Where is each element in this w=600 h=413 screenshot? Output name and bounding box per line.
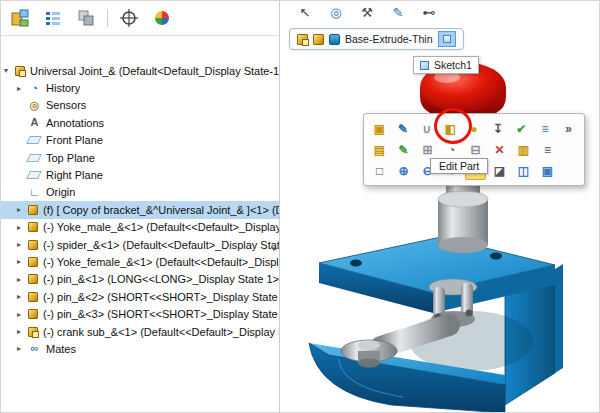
expand-arrow-icon[interactable]: ▸	[17, 257, 28, 266]
expand-arrow-icon[interactable]: ▸	[17, 205, 28, 214]
edit-part-icon[interactable]: ◧	[440, 119, 461, 138]
zoom-to-fit-icon[interactable]: □	[369, 161, 390, 180]
tree-item-yoke-female[interactable]: ▸ (-) Yoke_female_&<1> (Default<<Default…	[1, 253, 279, 270]
isolate-icon[interactable]: ≡	[535, 119, 556, 138]
measure-icon[interactable]: ⊷	[420, 3, 438, 21]
tab-featuremanager[interactable]	[8, 6, 32, 30]
tab-displaymanager[interactable]	[150, 6, 174, 30]
tree-item-yoke-male[interactable]: ▸ (-) Yoke_male_&<1> (Default<<Default>_…	[1, 219, 279, 236]
breadcrumb-feature-icon[interactable]	[329, 34, 340, 45]
tab-configurationmanager[interactable]	[74, 6, 98, 30]
expand-arrow-icon[interactable]: ▸	[17, 292, 28, 301]
solidworks-window: ▾ Universal Joint_& (Default<Default_Dis…	[0, 0, 600, 413]
tree-item-annotations[interactable]: A Annotations	[1, 114, 279, 131]
tree-item-pin-3[interactable]: ▸ (-) pin_&<3> (SHORT<<SHORT>_Display St…	[1, 305, 279, 322]
expand-arrow-icon[interactable]: ▸	[17, 275, 28, 284]
feature-tree: ▾ Universal Joint_& (Default<Default_Dis…	[1, 36, 279, 358]
tree-item-label: Top Plane	[46, 152, 95, 164]
tree-item-pin-1[interactable]: ▸ (-) pin_&<1> (LONG<<LONG>_Display Stat…	[1, 271, 279, 288]
expand-arrow-icon[interactable]: ▸	[17, 223, 28, 232]
tree-item-label: (-) pin_&<1> (LONG<<LONG>_Display State …	[43, 273, 279, 285]
tree-item-label: Sensors	[46, 99, 86, 111]
breadcrumb-selected-item[interactable]	[438, 31, 456, 47]
hide-show-items-icon[interactable]: ◫	[513, 161, 534, 180]
tab-dimxpertmanager[interactable]	[117, 6, 141, 30]
featuremanager-icon	[11, 9, 29, 27]
view-settings-icon[interactable]: ◎	[327, 3, 345, 21]
context-toolbar-popup: ▣✎∪◧●↧✔≡» ▤✎⊞◔⊟✕▥≡ □⊕⊖↻+◪◫▣ Edit Part	[363, 113, 585, 186]
part-icon	[28, 240, 38, 250]
more-commands-icon[interactable]: »	[558, 119, 579, 138]
panel-flyout-arrow-icon[interactable]: ▸	[273, 244, 277, 253]
graphics-viewport[interactable]: ↖◎⚒✎⊷ Base-Extrude-Thin Sketch1 ▣✎∪◧●↧✔≡…	[281, 1, 600, 413]
expand-arrow-icon[interactable]: ▸	[17, 327, 28, 336]
breadcrumb-assembly-icon[interactable]	[297, 34, 308, 45]
tree-item-root-assembly[interactable]: ▾ Universal Joint_& (Default<Default_Dis…	[1, 62, 279, 79]
section-view-icon[interactable]: ▣	[537, 161, 558, 180]
hide-component-icon[interactable]: ◔	[441, 140, 462, 159]
delete-icon[interactable]: ✕	[489, 140, 510, 159]
expand-arrow-icon[interactable]: ▸	[17, 310, 28, 319]
tree-item-right-plane[interactable]: Right Plane	[1, 166, 279, 183]
breadcrumb-child-sketch1[interactable]: Sketch1	[413, 56, 479, 74]
mate-icon[interactable]: ∪	[416, 119, 437, 138]
tree-item-copy-of-bracket[interactable]: ▸ (f) [ Copy of bracket_&^Universal Join…	[1, 201, 279, 218]
edit-part-tooltip: Edit Part	[430, 158, 488, 174]
tree-item-pin-2[interactable]: ▸ (-) pin_&<2> (SHORT<<SHORT>_Display St…	[1, 288, 279, 305]
tree-item-label: (-) Yoke_male_&<1> (Default<<Default>_Di…	[43, 221, 279, 233]
tree-item-history[interactable]: ▸ ◔ History	[1, 79, 279, 96]
open-part-icon[interactable]: ▣	[369, 119, 390, 138]
confirm-icon[interactable]: ✔	[511, 119, 532, 138]
tree-item-mates[interactable]: ▸ ∞ Mates	[1, 340, 279, 357]
expand-arrow-icon[interactable]: ▸	[17, 84, 28, 93]
feature-manager-panel: ▾ Universal Joint_& (Default<Default_Dis…	[1, 1, 280, 413]
part-icon	[28, 274, 38, 284]
parent-child-icon[interactable]: ⊟	[465, 140, 486, 159]
tree-item-front-plane[interactable]: Front Plane	[1, 132, 279, 149]
collapse-arrow-icon[interactable]: ▾	[4, 66, 15, 75]
tree-item-top-plane[interactable]: Top Plane	[1, 149, 279, 166]
edit-feature-icon[interactable]: ✎	[393, 140, 414, 159]
tree-item-label: Right Plane	[46, 169, 103, 181]
tree-item-crank-sub[interactable]: ▸ (-) crank sub_&<1> (Default<<Default>_…	[1, 323, 279, 340]
tools-icon[interactable]: ⚒	[358, 3, 376, 21]
part-icon	[28, 222, 38, 232]
edit-sketch-icon[interactable]: ✎	[393, 119, 414, 138]
tree-item-origin[interactable]: ∟ Origin	[1, 184, 279, 201]
zoom-in-icon[interactable]: ⊕	[393, 161, 414, 180]
configurationmanager-icon	[77, 9, 95, 27]
display-style-icon[interactable]: ◪	[489, 161, 510, 180]
history-icon: ◔	[28, 82, 41, 95]
plane-icon	[26, 136, 42, 144]
component-properties-icon[interactable]: ↧	[487, 119, 508, 138]
dimxpert-icon	[120, 9, 138, 27]
origin-icon: ∟	[28, 186, 41, 199]
annotations-icon: A	[28, 116, 41, 129]
breadcrumb-feature-label[interactable]: Base-Extrude-Thin	[345, 33, 433, 45]
configure-feature-icon[interactable]: ⊞	[417, 140, 438, 159]
3d-model-universal-joint[interactable]	[281, 41, 600, 413]
tree-item-label: (-) pin_&<2> (SHORT<<SHORT>_Display Stat…	[43, 291, 279, 303]
assembly-icon	[15, 66, 25, 76]
tree-item-label: Origin	[46, 186, 75, 198]
breadcrumb-part-icon[interactable]	[313, 34, 324, 45]
expand-arrow-icon[interactable]: ▸	[17, 240, 28, 249]
tree-item-label: History	[46, 82, 80, 94]
tree-item-spider[interactable]: ▸ (-) spider_&<1> (Default<<Default>_Dis…	[1, 236, 279, 253]
tree-item-label: (-) spider_&<1> (Default<<Default>_Displ…	[43, 239, 279, 251]
feature-properties-icon[interactable]: ≡	[537, 140, 558, 159]
sketch-icon	[420, 61, 429, 70]
appearance-icon[interactable]: ●	[464, 119, 485, 138]
expand-arrow-icon[interactable]: ▸	[17, 344, 28, 353]
tree-item-label: (-) pin_&<3> (SHORT<<SHORT>_Display Stat…	[43, 308, 279, 320]
select-tool-icon[interactable]: ↖	[296, 3, 314, 21]
popup-row-2: ▤✎⊞◔⊟✕▥≡	[369, 140, 579, 159]
tree-item-label: (-) crank sub_&<1> (Default<<Default>_Di…	[43, 326, 279, 338]
add-to-folder-icon[interactable]: ▥	[513, 140, 534, 159]
part-icon	[28, 205, 38, 215]
tab-propertymanager[interactable]	[41, 6, 65, 30]
tree-item-label: Universal Joint_& (Default<Default_Displ…	[30, 65, 279, 77]
tree-item-sensors[interactable]: ◎ Sensors	[1, 97, 279, 114]
sketch-pencil-icon[interactable]: ✎	[389, 3, 407, 21]
new-folder-icon[interactable]: ▤	[369, 140, 390, 159]
